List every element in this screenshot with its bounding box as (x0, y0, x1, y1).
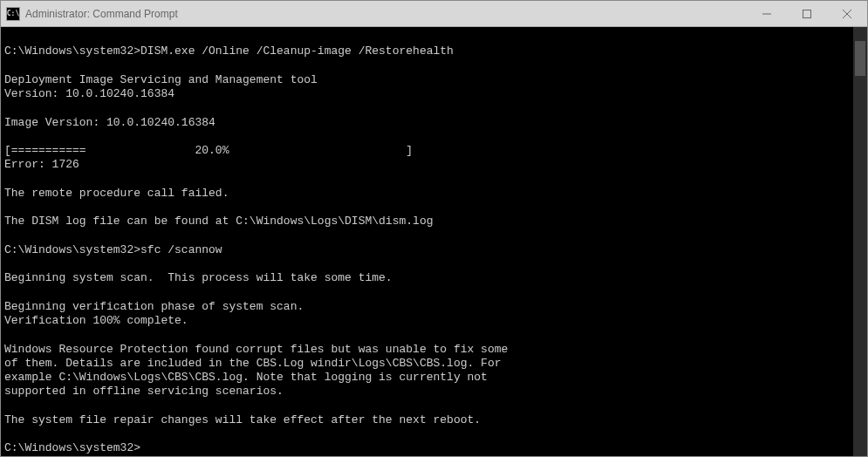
minimize-button[interactable] (747, 1, 787, 26)
terminal-line (4, 399, 853, 413)
terminal-line: Version: 10.0.10240.16384 (4, 87, 853, 101)
terminal-line (4, 130, 853, 144)
scrollbar-vertical[interactable] (853, 27, 867, 456)
close-button[interactable] (827, 1, 867, 26)
terminal-line (4, 31, 853, 44)
terminal-line: Beginning system scan. This process will… (4, 271, 853, 285)
content-area: C:\Windows\system32>DISM.exe /Online /Cl… (1, 27, 867, 456)
terminal-line: C:\Windows\system32>DISM.exe /Online /Cl… (4, 44, 853, 58)
terminal-line: The system file repair changes will take… (4, 413, 853, 427)
window-title: Administrator: Command Prompt (25, 8, 747, 20)
terminal-output[interactable]: C:\Windows\system32>DISM.exe /Online /Cl… (1, 27, 853, 456)
terminal-line: Image Version: 10.0.10240.16384 (4, 116, 853, 130)
scrollbar-thumb[interactable] (855, 41, 865, 76)
terminal-line: supported in offline servicing scenarios… (4, 385, 853, 399)
terminal-line (4, 201, 853, 215)
terminal-line (4, 59, 853, 73)
terminal-line: The DISM log file can be found at C:\Win… (4, 215, 853, 228)
window-icon: C:\ (6, 7, 20, 21)
maximize-button[interactable] (787, 1, 827, 26)
terminal-line: [=========== 20.0% ] (4, 144, 853, 158)
terminal-line (4, 101, 853, 115)
terminal-line: Verification 100% complete. (4, 314, 853, 328)
maximize-icon (803, 10, 811, 18)
titlebar[interactable]: C:\ Administrator: Command Prompt (1, 1, 867, 27)
terminal-line: C:\Windows\system32>sfc /scannow (4, 243, 853, 257)
terminal-line (4, 286, 853, 300)
terminal-line (4, 257, 853, 271)
window-controls (747, 1, 867, 26)
terminal-line (4, 328, 853, 342)
svg-rect-1 (803, 10, 811, 17)
terminal-line: Windows Resource Protection found corrup… (4, 343, 853, 357)
terminal-line: Error: 1726 (4, 158, 853, 172)
terminal-line: Beginning verification phase of system s… (4, 300, 853, 314)
terminal-line: Deployment Image Servicing and Managemen… (4, 73, 853, 87)
command-prompt-window: C:\ Administrator: Command Prompt C:\Win… (0, 0, 868, 457)
terminal-line (4, 427, 853, 441)
terminal-line: of them. Details are included in the CBS… (4, 357, 853, 371)
window-icon-text: C:\ (7, 10, 19, 17)
terminal-line: example C:\Windows\Logs\CBS\CBS.log. Not… (4, 371, 853, 385)
close-icon (843, 10, 851, 18)
terminal-line: C:\Windows\system32> (4, 441, 853, 455)
minimize-icon (762, 10, 771, 18)
terminal-line (4, 229, 853, 243)
terminal-line: The remote procedure call failed. (4, 187, 853, 201)
terminal-line (4, 173, 853, 187)
